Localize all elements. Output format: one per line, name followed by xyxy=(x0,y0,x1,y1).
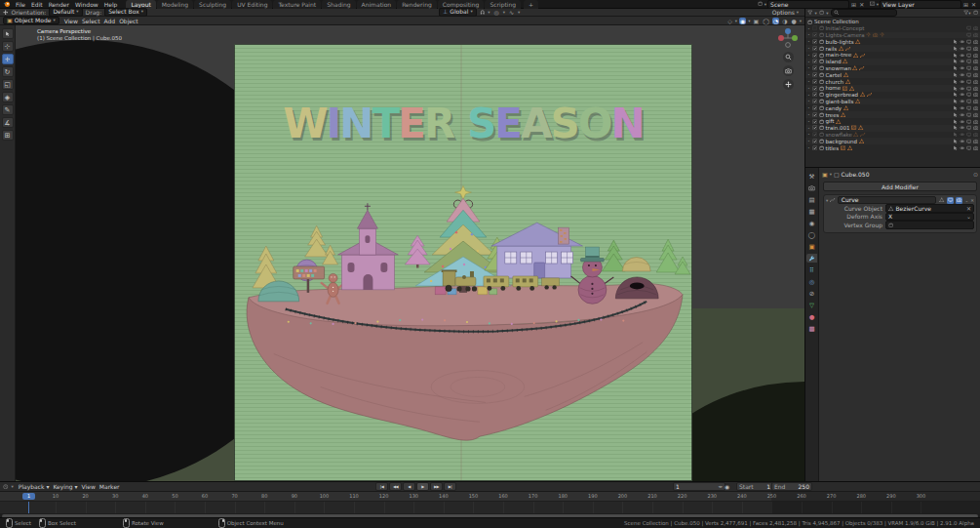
play-reverse-button[interactable]: ◀ xyxy=(403,482,415,491)
eye-icon[interactable] xyxy=(960,125,965,131)
tab-modeling[interactable]: Modeling xyxy=(157,0,193,9)
timeline-menu-keying[interactable]: Keying ▾ xyxy=(51,483,79,490)
exclude-checkbox-icon[interactable] xyxy=(812,132,818,138)
active-tool-move-icon[interactable] xyxy=(3,10,9,16)
eye-icon[interactable] xyxy=(960,72,965,78)
camera-icon[interactable] xyxy=(973,53,979,59)
tab-sculpting[interactable]: Sculpting xyxy=(194,0,231,9)
disclosure-dot[interactable]: • xyxy=(807,112,810,117)
exclude-checkbox-icon[interactable] xyxy=(812,145,818,151)
eye-icon[interactable] xyxy=(960,79,965,85)
monitor-icon[interactable] xyxy=(966,59,972,64)
tab-compositing[interactable]: Compositing xyxy=(438,0,485,9)
tool-transform[interactable]: ◈ xyxy=(2,92,14,102)
exclude-checkbox-icon[interactable] xyxy=(812,86,818,92)
cursor-icon[interactable] xyxy=(953,72,959,78)
outliner-item-trees[interactable]: •trees xyxy=(805,111,980,118)
move-view-button[interactable] xyxy=(783,79,794,90)
menu-help[interactable]: Help xyxy=(101,1,121,8)
eye-icon[interactable] xyxy=(960,53,965,59)
tab-uv-editing[interactable]: UV Editing xyxy=(232,0,272,9)
exclude-checkbox-icon[interactable] xyxy=(812,99,818,104)
camera-icon[interactable] xyxy=(973,139,979,144)
camera-icon[interactable] xyxy=(973,132,979,138)
monitor-icon[interactable] xyxy=(966,79,972,85)
object-icon[interactable]: ▣ xyxy=(822,171,828,178)
eye-icon[interactable] xyxy=(960,112,965,118)
disclosure-dot[interactable]: • xyxy=(807,79,810,84)
camera-icon[interactable] xyxy=(973,119,979,125)
add-modifier-button[interactable]: Add Modifier xyxy=(823,182,977,191)
collection-name[interactable]: train.001 xyxy=(826,125,850,131)
camera-view[interactable]: WINTERSEASON xyxy=(234,44,692,481)
cursor-icon[interactable] xyxy=(953,99,959,104)
properties-tab-particles[interactable]: ⠿ xyxy=(806,265,817,274)
collection-name[interactable]: church xyxy=(826,79,844,85)
cursor-icon[interactable] xyxy=(953,39,959,45)
zoom-button[interactable] xyxy=(783,52,794,62)
outliner-filter-icon[interactable] xyxy=(807,10,813,16)
add-workspace-button[interactable]: + xyxy=(524,0,538,9)
tab-animation[interactable]: Animation xyxy=(357,0,397,9)
yellow-dome[interactable] xyxy=(622,258,650,271)
field-curve-object[interactable]: BezierCurve✕ xyxy=(885,204,974,213)
extras-menu-icon[interactable]: ⌄ xyxy=(964,198,968,203)
current-frame-field[interactable]: 1◂▸ xyxy=(673,482,725,491)
outliner-item-background[interactable]: •background xyxy=(805,138,980,144)
collection-name[interactable]: trees xyxy=(826,112,840,118)
eye-icon[interactable] xyxy=(960,132,965,138)
disclosure-dot[interactable]: • xyxy=(807,119,810,124)
collection-name[interactable]: Initial-Concept xyxy=(826,25,865,31)
exclude-checkbox-icon[interactable] xyxy=(812,105,818,111)
camera-icon[interactable] xyxy=(973,86,979,92)
proportional-falloff-icon[interactable]: ∿ xyxy=(508,9,515,16)
proportional-editing-icon[interactable]: ◎ xyxy=(492,9,499,16)
new-view-layer-button[interactable]: ⊞ xyxy=(962,1,969,8)
cursor-icon[interactable] xyxy=(953,92,959,98)
exclude-checkbox-icon[interactable] xyxy=(812,139,818,144)
outliner-item-cartel[interactable]: •Cartel xyxy=(805,71,980,78)
monitor-icon[interactable] xyxy=(966,139,972,144)
eye-icon[interactable] xyxy=(960,39,965,45)
exclude-checkbox-icon[interactable] xyxy=(812,79,818,85)
disclosure-dot[interactable]: • xyxy=(807,72,810,77)
monitor-icon[interactable] xyxy=(966,92,972,98)
close-icon[interactable]: ✕ xyxy=(970,198,974,203)
monitor-icon[interactable] xyxy=(966,99,972,104)
remove-view-layer-button[interactable]: ✕ xyxy=(970,1,977,8)
eye-icon[interactable] xyxy=(960,86,965,92)
properties-tab-texture[interactable]: ▩ xyxy=(806,324,817,333)
shading-rendered-icon[interactable]: ● xyxy=(790,18,797,24)
cursor-icon[interactable] xyxy=(953,79,959,85)
viewport-menu-object[interactable]: Object xyxy=(117,18,140,24)
properties-tab-material[interactable]: ● xyxy=(806,312,817,321)
disclosure-dot[interactable]: • xyxy=(807,86,810,91)
camera-icon[interactable] xyxy=(973,99,979,104)
exclude-checkbox-icon[interactable] xyxy=(812,32,818,38)
pine-tree-pink[interactable] xyxy=(405,235,430,267)
viewport-canvas[interactable]: WINTERSEASON Camera Perspective (1) Scen… xyxy=(16,25,804,481)
new-scene-button[interactable]: ⊞ xyxy=(850,1,857,8)
properties-tab-constraints[interactable]: ⊘ xyxy=(806,289,817,298)
collection-name[interactable]: bulb-lights xyxy=(826,39,854,45)
disclosure-dot[interactable]: • xyxy=(807,32,810,37)
prev-keyframe-button[interactable]: ◀◀ xyxy=(389,482,402,491)
scene-selector[interactable]: ▾ Scene ⊞ ✕ xyxy=(758,0,865,9)
playhead-line[interactable] xyxy=(28,502,29,513)
church[interactable] xyxy=(338,203,399,290)
cursor-icon[interactable] xyxy=(953,46,959,52)
tab-scripting[interactable]: Scripting xyxy=(485,0,521,9)
outliner-item-bulb-lights[interactable]: •bulb-lights xyxy=(805,38,980,45)
exclude-checkbox-icon[interactable] xyxy=(812,72,818,78)
eye-icon[interactable] xyxy=(960,119,965,125)
camera-icon[interactable] xyxy=(973,72,979,78)
properties-tab-physics[interactable]: ◎ xyxy=(806,277,817,286)
pine-trees-small-yellow[interactable] xyxy=(305,225,338,264)
collection-name[interactable]: background xyxy=(826,139,858,144)
playhead[interactable]: 1 xyxy=(22,493,35,500)
outliner-item-rails[interactable]: •rails xyxy=(805,45,980,52)
mode-dropdown[interactable]: ▣Object Mode▾ xyxy=(3,17,59,25)
properties-tab-world[interactable]: ◯ xyxy=(806,230,817,239)
camera-icon[interactable] xyxy=(973,125,979,131)
properties-tab-active-tool[interactable]: ⚒ xyxy=(806,172,817,181)
